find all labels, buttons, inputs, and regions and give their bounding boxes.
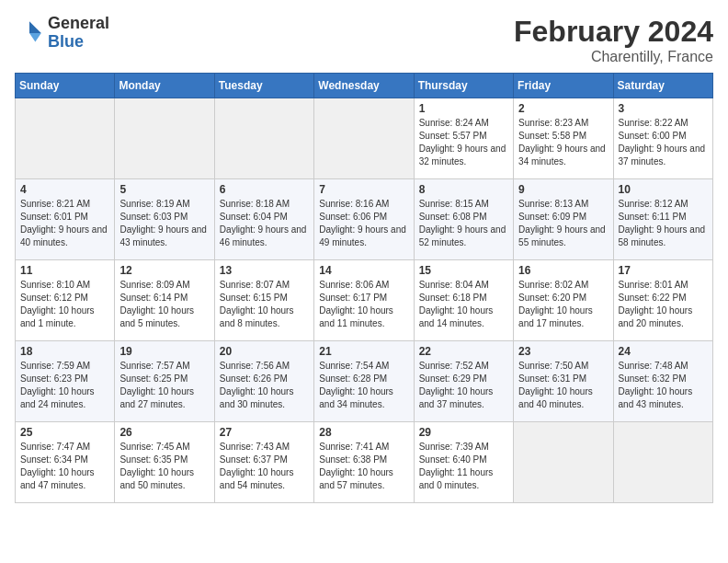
header-cell-thursday: Thursday (414, 74, 513, 98)
day-info: Sunrise: 8:24 AMSunset: 5:57 PMDaylight:… (419, 117, 508, 168)
day-cell: 20Sunrise: 7:56 AMSunset: 6:26 PMDayligh… (214, 341, 313, 422)
day-info: Sunrise: 7:39 AMSunset: 6:40 PMDaylight:… (419, 441, 508, 492)
day-info: Sunrise: 8:21 AMSunset: 6:01 PMDaylight:… (20, 198, 109, 249)
header-row: SundayMondayTuesdayWednesdayThursdayFrid… (16, 74, 713, 98)
header-cell-wednesday: Wednesday (314, 74, 414, 98)
day-cell: 22Sunrise: 7:52 AMSunset: 6:29 PMDayligh… (414, 341, 513, 422)
logo-general: General (48, 15, 109, 33)
calendar-subtitle: Charentilly, France (514, 49, 713, 65)
calendar-title: February 2024 (514, 15, 713, 49)
day-cell: 8Sunrise: 8:15 AMSunset: 6:08 PMDaylight… (414, 179, 513, 260)
day-cell: 5Sunrise: 8:19 AMSunset: 6:03 PMDaylight… (115, 179, 214, 260)
day-info: Sunrise: 8:09 AMSunset: 6:14 PMDaylight:… (119, 279, 209, 330)
day-cell: 14Sunrise: 8:06 AMSunset: 6:17 PMDayligh… (314, 260, 414, 341)
day-number: 14 (319, 264, 408, 277)
svg-marker-1 (29, 33, 41, 42)
day-number: 27 (220, 426, 309, 439)
header-cell-monday: Monday (115, 74, 214, 98)
day-info: Sunrise: 8:07 AMSunset: 6:15 PMDaylight:… (220, 279, 309, 330)
day-number: 19 (119, 345, 209, 358)
day-number: 24 (619, 345, 708, 358)
day-number: 26 (119, 426, 209, 439)
week-row-5: 25Sunrise: 7:47 AMSunset: 6:34 PMDayligh… (16, 422, 713, 503)
header-cell-friday: Friday (514, 74, 613, 98)
day-number: 10 (619, 183, 708, 196)
day-number: 25 (20, 426, 109, 439)
day-cell: 27Sunrise: 7:43 AMSunset: 6:37 PMDayligh… (214, 422, 313, 503)
day-number: 12 (119, 264, 209, 277)
day-info: Sunrise: 7:59 AMSunset: 6:23 PMDaylight:… (20, 360, 109, 411)
day-info: Sunrise: 8:22 AMSunset: 6:00 PMDaylight:… (619, 117, 708, 168)
day-number: 7 (319, 183, 408, 196)
title-area: February 2024 Charentilly, France (514, 15, 713, 65)
day-cell: 15Sunrise: 8:04 AMSunset: 6:18 PMDayligh… (414, 260, 513, 341)
day-info: Sunrise: 8:01 AMSunset: 6:22 PMDaylight:… (619, 279, 708, 330)
day-info: Sunrise: 8:19 AMSunset: 6:03 PMDaylight:… (119, 198, 209, 249)
day-info: Sunrise: 8:02 AMSunset: 6:20 PMDaylight:… (518, 279, 608, 330)
day-info: Sunrise: 7:56 AMSunset: 6:26 PMDaylight:… (220, 360, 309, 411)
day-cell: 17Sunrise: 8:01 AMSunset: 6:22 PMDayligh… (613, 260, 712, 341)
day-info: Sunrise: 7:54 AMSunset: 6:28 PMDaylight:… (319, 360, 408, 411)
header-cell-tuesday: Tuesday (214, 74, 313, 98)
day-cell: 28Sunrise: 7:41 AMSunset: 6:38 PMDayligh… (314, 422, 414, 503)
week-row-2: 4Sunrise: 8:21 AMSunset: 6:01 PMDaylight… (16, 179, 713, 260)
week-row-1: 1Sunrise: 8:24 AMSunset: 5:57 PMDaylight… (16, 98, 713, 179)
day-cell: 29Sunrise: 7:39 AMSunset: 6:40 PMDayligh… (414, 422, 513, 503)
day-cell: 19Sunrise: 7:57 AMSunset: 6:25 PMDayligh… (115, 341, 214, 422)
day-number: 5 (119, 183, 209, 196)
day-number: 15 (419, 264, 508, 277)
day-cell: 12Sunrise: 8:09 AMSunset: 6:14 PMDayligh… (115, 260, 214, 341)
day-number: 4 (20, 183, 109, 196)
day-number: 17 (619, 264, 708, 277)
week-row-4: 18Sunrise: 7:59 AMSunset: 6:23 PMDayligh… (16, 341, 713, 422)
day-cell: 25Sunrise: 7:47 AMSunset: 6:34 PMDayligh… (16, 422, 115, 503)
day-info: Sunrise: 7:47 AMSunset: 6:34 PMDaylight:… (20, 441, 109, 492)
day-info: Sunrise: 7:43 AMSunset: 6:37 PMDaylight:… (220, 441, 309, 492)
day-cell: 4Sunrise: 8:21 AMSunset: 6:01 PMDaylight… (16, 179, 115, 260)
header-cell-sunday: Sunday (16, 74, 115, 98)
day-info: Sunrise: 8:04 AMSunset: 6:18 PMDaylight:… (419, 279, 508, 330)
day-info: Sunrise: 8:23 AMSunset: 5:58 PMDaylight:… (518, 117, 608, 168)
week-row-3: 11Sunrise: 8:10 AMSunset: 6:12 PMDayligh… (16, 260, 713, 341)
day-info: Sunrise: 7:50 AMSunset: 6:31 PMDaylight:… (518, 360, 608, 411)
day-info: Sunrise: 7:57 AMSunset: 6:25 PMDaylight:… (119, 360, 209, 411)
day-info: Sunrise: 8:06 AMSunset: 6:17 PMDaylight:… (319, 279, 408, 330)
day-info: Sunrise: 8:15 AMSunset: 6:08 PMDaylight:… (419, 198, 508, 249)
logo: General Blue (15, 15, 109, 52)
day-info: Sunrise: 8:12 AMSunset: 6:11 PMDaylight:… (619, 198, 708, 249)
day-number: 3 (619, 102, 708, 115)
day-cell (613, 422, 712, 503)
day-cell: 18Sunrise: 7:59 AMSunset: 6:23 PMDayligh… (16, 341, 115, 422)
day-number: 18 (20, 345, 109, 358)
day-cell: 16Sunrise: 8:02 AMSunset: 6:20 PMDayligh… (514, 260, 613, 341)
day-info: Sunrise: 8:10 AMSunset: 6:12 PMDaylight:… (20, 279, 109, 330)
day-cell: 26Sunrise: 7:45 AMSunset: 6:35 PMDayligh… (115, 422, 214, 503)
day-number: 20 (220, 345, 309, 358)
day-number: 16 (518, 264, 608, 277)
day-cell (115, 98, 214, 179)
day-number: 8 (419, 183, 508, 196)
calendar-body: 1Sunrise: 8:24 AMSunset: 5:57 PMDaylight… (16, 98, 713, 503)
day-number: 22 (419, 345, 508, 358)
day-cell: 3Sunrise: 8:22 AMSunset: 6:00 PMDaylight… (613, 98, 712, 179)
day-cell: 23Sunrise: 7:50 AMSunset: 6:31 PMDayligh… (514, 341, 613, 422)
day-number: 28 (319, 426, 408, 439)
day-cell: 9Sunrise: 8:13 AMSunset: 6:09 PMDaylight… (514, 179, 613, 260)
day-cell: 11Sunrise: 8:10 AMSunset: 6:12 PMDayligh… (16, 260, 115, 341)
day-cell (514, 422, 613, 503)
day-number: 6 (220, 183, 309, 196)
day-cell: 1Sunrise: 8:24 AMSunset: 5:57 PMDaylight… (414, 98, 513, 179)
day-info: Sunrise: 7:45 AMSunset: 6:35 PMDaylight:… (119, 441, 209, 492)
day-cell: 13Sunrise: 8:07 AMSunset: 6:15 PMDayligh… (214, 260, 313, 341)
day-number: 9 (518, 183, 608, 196)
day-info: Sunrise: 8:18 AMSunset: 6:04 PMDaylight:… (220, 198, 309, 249)
day-cell: 10Sunrise: 8:12 AMSunset: 6:11 PMDayligh… (613, 179, 712, 260)
day-info: Sunrise: 8:16 AMSunset: 6:06 PMDaylight:… (319, 198, 408, 249)
day-cell: 7Sunrise: 8:16 AMSunset: 6:06 PMDaylight… (314, 179, 414, 260)
day-number: 11 (20, 264, 109, 277)
day-cell: 6Sunrise: 8:18 AMSunset: 6:04 PMDaylight… (214, 179, 313, 260)
day-cell (16, 98, 115, 179)
day-number: 21 (319, 345, 408, 358)
day-info: Sunrise: 7:41 AMSunset: 6:38 PMDaylight:… (319, 441, 408, 492)
day-number: 2 (518, 102, 608, 115)
